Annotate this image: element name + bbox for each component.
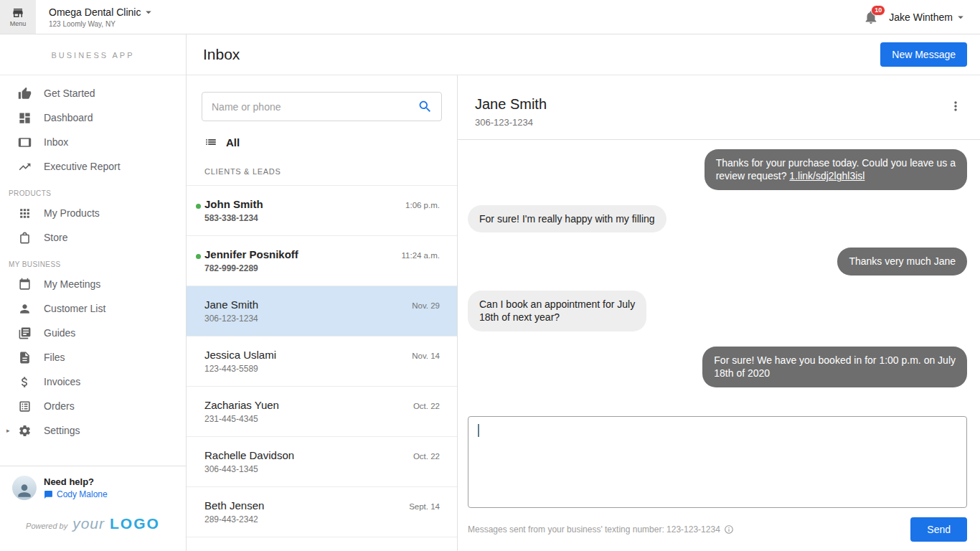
- conversation-name: John Smith: [204, 198, 263, 210]
- sidebar-item-invoices[interactable]: Invoices: [0, 369, 186, 394]
- message-bubble-outgoing: Thanks for your purchase today. Could yo…: [705, 149, 967, 190]
- chevron-down-icon: [142, 6, 155, 19]
- conversation-name: Jessica Uslami: [204, 349, 276, 361]
- search-box: [202, 92, 442, 121]
- page-title: Inbox: [203, 46, 240, 63]
- chat-header: Jane Smith 306-123-1234: [458, 75, 980, 140]
- sidebar-item-label: Store: [44, 232, 67, 243]
- filter-all-label: All: [226, 136, 240, 149]
- sidebar-item-label: Invoices: [44, 376, 80, 387]
- sidebar: BUSINESS APP Get StartedDashboardInboxEx…: [0, 34, 187, 551]
- trending-up-icon: [18, 160, 32, 174]
- store-icon: [11, 6, 24, 19]
- sidebar-item-orders[interactable]: Orders: [0, 394, 186, 418]
- conversation-row[interactable]: Rachelle DavidsonOct. 22306-443-1345: [187, 437, 457, 487]
- sidebar-nav: Get StartedDashboardInboxExecutive Repor…: [0, 75, 186, 466]
- sidebar-item-label: Guides: [44, 327, 75, 339]
- app-title: BUSINESS APP: [0, 34, 186, 75]
- filter-all[interactable]: All: [187, 124, 457, 157]
- conversation-name: Jennifer Posnikoff: [204, 248, 298, 260]
- sidebar-item-my-products[interactable]: My Products: [0, 201, 186, 225]
- conversation-phone: 583-338-1234: [204, 213, 440, 223]
- search-icon[interactable]: [418, 99, 433, 114]
- sidebar-item-label: Get Started: [44, 88, 95, 99]
- sidebar-item-store[interactable]: Store: [0, 225, 186, 250]
- gear-icon: [18, 424, 32, 438]
- notification-badge: 10: [871, 5, 885, 16]
- list-filter-icon: [204, 136, 217, 149]
- list-header: CLIENTS & LEADS: [187, 157, 457, 185]
- conversation-phone: 231-445-4345: [204, 414, 440, 424]
- message-link[interactable]: 1.link/sdj2lghl3isl: [789, 170, 864, 182]
- conversation-time: Oct. 22: [413, 402, 440, 410]
- message-thread: Thanks for your purchase today. Could yo…: [458, 140, 980, 416]
- conversation-name: Rachelle Davidson: [204, 449, 294, 461]
- chat-contact-phone: 306-123-1234: [475, 117, 547, 128]
- sidebar-item-inbox[interactable]: Inbox: [0, 130, 186, 154]
- new-message-button[interactable]: New Message: [880, 42, 967, 67]
- clinic-address: 123 Loomly Way, NY: [49, 20, 155, 28]
- thumb-up-icon: [18, 87, 32, 100]
- search-input[interactable]: [202, 92, 442, 121]
- help-box: Need help? Cody Malone: [0, 466, 186, 509]
- conversation-time: Nov. 29: [412, 301, 440, 310]
- conversation-name: Zacharias Yuen: [204, 399, 279, 411]
- send-button[interactable]: Send: [910, 517, 967, 542]
- menu-button[interactable]: Menu: [0, 0, 36, 34]
- sidebar-item-guides[interactable]: Guides: [0, 321, 186, 345]
- help-contact-name: Cody Malone: [57, 489, 108, 499]
- sidebar-item-label: Settings: [44, 425, 80, 436]
- sidebar-item-executive-report[interactable]: Executive Report: [0, 154, 186, 179]
- conversation-row[interactable]: Zacharias YuenOct. 22231-445-4345: [187, 387, 457, 437]
- topbar-right: 10 Jake Winthem: [863, 9, 980, 25]
- dashboard-icon: [18, 111, 32, 125]
- help-title: Need help?: [44, 476, 108, 487]
- dollar-icon: [18, 375, 32, 389]
- person-icon: [18, 302, 32, 316]
- sidebar-section-label: MY BUSINESS: [0, 250, 186, 272]
- sidebar-item-files[interactable]: Files: [0, 345, 186, 369]
- conversation-options-button[interactable]: [948, 99, 963, 113]
- compose-note: Messages sent from your business' textin…: [468, 524, 720, 534]
- notifications-button[interactable]: 10: [863, 9, 879, 25]
- conversation-phone: 306-123-1234: [204, 314, 440, 324]
- message-input[interactable]: [468, 416, 967, 508]
- conversation-row[interactable]: Beth JensenSept. 14289-443-2342: [187, 487, 457, 537]
- message-bubble-outgoing: Thanks very much Jane: [837, 248, 967, 275]
- sidebar-item-customer-list[interactable]: Customer List: [0, 296, 186, 321]
- conversation-row[interactable]: John Smith1:06 p.m.583-338-1234: [187, 186, 457, 236]
- conversation-row[interactable]: Jane SmithNov. 29306-123-1234: [187, 286, 457, 336]
- clinic-selector[interactable]: Omega Dental Clinic 123 Loomly Way, NY: [49, 6, 155, 28]
- sidebar-item-get-started[interactable]: Get Started: [0, 81, 186, 105]
- chevron-down-icon: [954, 11, 967, 24]
- chat-panel: Jane Smith 306-123-1234 Thanks for your …: [458, 75, 980, 551]
- tablet-icon: [18, 136, 32, 149]
- sidebar-item-label: Dashboard: [44, 112, 93, 123]
- list-alt-icon: [18, 400, 32, 413]
- expand-chevron-icon[interactable]: ▸: [6, 427, 10, 434]
- sidebar-item-label: Orders: [44, 400, 75, 412]
- logo-text-light: your: [72, 515, 105, 532]
- conversation-row[interactable]: Jennifer Posnikoff11:24 a.m.782-999-2289: [187, 236, 457, 286]
- help-avatar: [12, 476, 37, 500]
- help-contact-link[interactable]: Cody Malone: [44, 489, 108, 499]
- conversation-list-panel: All CLIENTS & LEADS John Smith1:06 p.m.5…: [187, 75, 458, 551]
- sidebar-item-label: Customer List: [44, 303, 105, 314]
- chat-contact-name: Jane Smith: [475, 96, 547, 113]
- info-icon[interactable]: [724, 524, 734, 534]
- sidebar-item-label: Executive Report: [44, 161, 121, 172]
- user-menu[interactable]: Jake Winthem: [889, 11, 967, 24]
- conversation-row[interactable]: Jessica UslamiNov. 14123-443-5589: [187, 336, 457, 387]
- text-cursor: [478, 424, 479, 437]
- sidebar-item-dashboard[interactable]: Dashboard: [0, 105, 186, 130]
- conversation-time: 11:24 a.m.: [402, 251, 440, 260]
- document-icon: [18, 351, 32, 364]
- sidebar-section-label: PRODUCTS: [0, 179, 186, 201]
- sidebar-item-label: Files: [44, 352, 65, 363]
- conversation-time: Sept. 14: [409, 502, 440, 511]
- sidebar-item-label: My Meetings: [44, 278, 100, 290]
- sidebar-item-settings[interactable]: ▸Settings: [0, 418, 186, 443]
- apps-icon: [18, 207, 32, 220]
- main-content: Inbox New Message All CLIENTS & LEA: [187, 34, 980, 551]
- sidebar-item-my-meetings[interactable]: My Meetings: [0, 272, 186, 296]
